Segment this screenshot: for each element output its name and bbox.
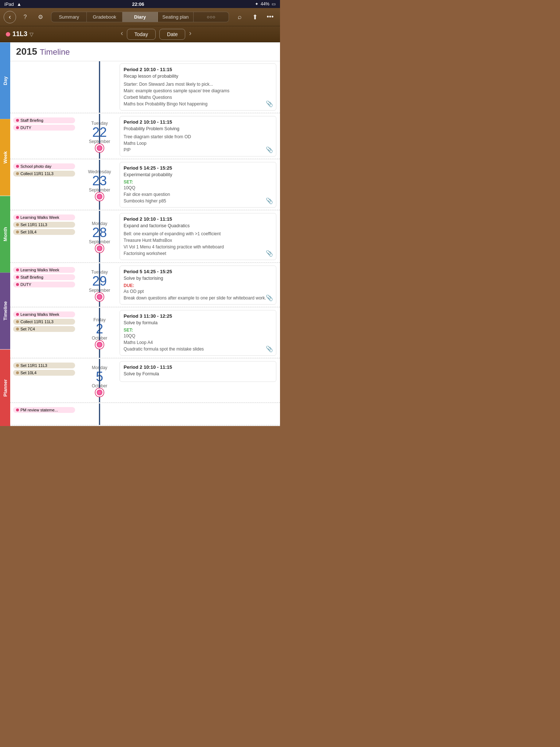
event-chip-2-0[interactable]: Learning Walks Week bbox=[13, 214, 75, 220]
today-button[interactable]: Today bbox=[127, 29, 156, 40]
event-chip-1-1[interactable]: Collect 11R1 11L3 bbox=[13, 171, 75, 177]
lesson-due-label: DUE: bbox=[124, 283, 272, 288]
event-chip-3-0[interactable]: Learning Walks Week bbox=[13, 267, 75, 273]
lesson-body: Tree diagram starter slide from OD Maths… bbox=[124, 133, 272, 153]
sidebar-item-planner[interactable]: Planner bbox=[0, 349, 10, 426]
day-center-0: Tuesday 22 September bbox=[83, 114, 116, 159]
paperclip-icon: 📎 bbox=[266, 100, 273, 107]
event-chip-1-0[interactable]: School photo day bbox=[13, 163, 75, 169]
chip-dot bbox=[16, 283, 19, 286]
chip-label: School photo day bbox=[20, 164, 51, 169]
lesson-period: Period 2 10:10 - 11:15 bbox=[124, 216, 272, 222]
day-right-4: Period 3 11:30 - 12:25 Solve by formula … bbox=[116, 308, 280, 358]
day-left-3: Learning Walks Week Staff Briefing DUTY bbox=[10, 263, 83, 307]
day-center-6 bbox=[83, 403, 116, 425]
event-chip-3-2[interactable]: DUTY bbox=[13, 282, 75, 287]
day-row-6: PM review stateme... bbox=[10, 403, 280, 425]
lesson-set-label: SET: bbox=[124, 179, 272, 185]
tab-gradebook[interactable]: Gradebook bbox=[87, 12, 122, 22]
paperclip-icon: 📎 bbox=[266, 250, 273, 257]
event-chip-4-0[interactable]: Learning Walks Week bbox=[13, 311, 75, 317]
side-tabs: Day Week Month Timeline Planner bbox=[0, 42, 10, 426]
share-button[interactable]: ⬆ bbox=[249, 11, 261, 23]
lesson-card-5-0: Period 2 10:10 - 11:15 Solve by Formula bbox=[120, 361, 276, 382]
more-button[interactable]: ••• bbox=[264, 11, 276, 23]
event-chip-0-0[interactable]: Staff Briefing bbox=[13, 117, 75, 123]
lesson-title: Recap lesson of probability bbox=[124, 74, 272, 79]
event-chip-2-1[interactable]: Set 11R1 11L3 bbox=[13, 222, 75, 228]
lesson-body: As OD ppt Break down questions after exa… bbox=[124, 288, 272, 301]
tab-more[interactable]: ○○○ bbox=[194, 12, 229, 22]
chip-dot bbox=[16, 313, 19, 316]
chip-label: DUTY bbox=[20, 125, 31, 130]
next-button[interactable]: › bbox=[189, 29, 191, 40]
prev-button[interactable]: ‹ bbox=[121, 29, 123, 40]
event-chip-5-1[interactable]: Set 10L4 bbox=[13, 370, 75, 376]
day-row-3: Learning Walks Week Staff Briefing DUTY … bbox=[10, 263, 280, 307]
event-chip-3-1[interactable]: Staff Briefing bbox=[13, 274, 75, 280]
paperclip-icon: 📎 bbox=[266, 197, 273, 204]
tab-diary[interactable]: Diary bbox=[122, 12, 158, 22]
year-label: 2015 bbox=[16, 46, 37, 57]
chip-dot bbox=[16, 119, 19, 122]
view-label: Timeline bbox=[40, 47, 70, 57]
chip-dot bbox=[16, 231, 19, 233]
timeline-line bbox=[99, 308, 100, 358]
lesson-card-4-0: Period 3 11:30 - 12:25 Solve by formula … bbox=[120, 310, 276, 356]
lesson-period: Period 2 10:10 - 11:15 bbox=[124, 119, 272, 125]
day-right-5: Period 2 10:10 - 11:15 Solve by Formula bbox=[116, 359, 280, 402]
search-button[interactable]: ⌕ bbox=[233, 11, 246, 23]
paperclip-icon: 📎 bbox=[266, 146, 273, 153]
chip-dot bbox=[16, 172, 19, 175]
sidebar-item-day[interactable]: Day bbox=[0, 42, 10, 119]
chip-dot bbox=[16, 268, 19, 271]
date-button[interactable]: Date bbox=[159, 29, 186, 40]
timeline-line bbox=[99, 61, 100, 113]
lesson-title: Solve by formula bbox=[124, 320, 272, 325]
timeline-dot bbox=[96, 341, 104, 349]
lesson-title: Probability Problem Solving bbox=[124, 126, 272, 131]
lesson-period: Period 5 14:25 - 15:25 bbox=[124, 165, 272, 171]
lesson-body: 10QQ Fair dice exam question Sumbooks hi… bbox=[124, 185, 272, 204]
dropdown-icon[interactable]: ▽ bbox=[30, 31, 34, 37]
timeline-line bbox=[99, 403, 100, 425]
day-left-5: Set 11R1 11L3 Set 10L4 bbox=[10, 359, 83, 402]
lesson-set-label: SET: bbox=[124, 328, 272, 333]
class-name: 11L3 bbox=[12, 30, 27, 38]
day-row-0: Staff Briefing DUTY Tuesday 22 September bbox=[10, 114, 280, 159]
event-chip-5-0[interactable]: Set 11R1 11L3 bbox=[13, 363, 75, 368]
event-chip-4-1[interactable]: Collect 11R1 11L3 bbox=[13, 319, 75, 325]
day-center-4: Friday 2 October bbox=[83, 308, 116, 358]
help-button[interactable]: ? bbox=[19, 11, 31, 23]
tab-seating-plan[interactable]: Seating plan bbox=[158, 12, 193, 22]
event-chip-6-0[interactable]: PM review stateme... bbox=[13, 407, 75, 413]
chip-dot bbox=[16, 328, 19, 330]
wifi-icon: ▲ bbox=[17, 1, 22, 7]
status-bar: iPad ▲ 22:06 ✦ 44% ▭ bbox=[0, 0, 280, 8]
sidebar-item-month[interactable]: Month bbox=[0, 196, 10, 272]
event-chip-0-1[interactable]: DUTY bbox=[13, 125, 75, 131]
lesson-title: Experimental probability bbox=[124, 172, 272, 177]
back-button[interactable]: ‹ bbox=[4, 11, 16, 23]
event-chip-4-2[interactable]: Set 7C4 bbox=[13, 326, 75, 332]
day-left-6: PM review stateme... bbox=[10, 403, 83, 425]
chip-label: Staff Briefing bbox=[20, 275, 43, 279]
chip-label: Collect 11R1 11L3 bbox=[20, 320, 54, 324]
sidebar-item-week[interactable]: Week bbox=[0, 119, 10, 196]
timeline-area: 2015 Timeline Period 2 10:10 - 11:15 Rec… bbox=[10, 42, 280, 426]
chip-dot bbox=[16, 126, 19, 129]
day-row-1: School photo day Collect 11R1 11L3 Wedne… bbox=[10, 160, 280, 210]
class-indicator: 11L3 ▽ bbox=[6, 30, 34, 38]
wrench-button[interactable]: ⚙ bbox=[34, 11, 47, 23]
sidebar-item-timeline[interactable]: Timeline bbox=[0, 272, 10, 349]
paperclip-icon: 📎 bbox=[266, 345, 273, 352]
event-chip-2-2[interactable]: Set 10L4 bbox=[13, 229, 75, 235]
lesson-card-2-0: Period 2 10:10 - 11:15 Expand and factor… bbox=[120, 213, 276, 260]
lesson-title: Solve by factorising bbox=[124, 276, 272, 281]
lesson-period: Period 5 14:25 - 15:25 bbox=[124, 269, 272, 274]
timeline-line bbox=[99, 211, 100, 262]
tab-summary[interactable]: Summary bbox=[51, 12, 87, 22]
chip-label: Learning Walks Week bbox=[20, 312, 59, 317]
lesson-period: Period 2 10:10 - 11:15 bbox=[124, 67, 272, 72]
day-center-2: Monday 28 September bbox=[83, 211, 116, 262]
